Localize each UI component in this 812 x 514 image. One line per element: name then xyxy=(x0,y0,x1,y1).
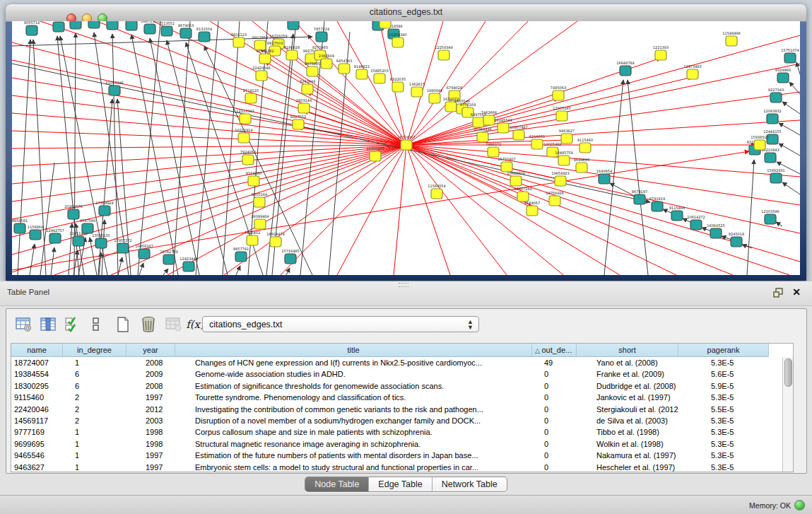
graph-node[interactable]: 1990448 xyxy=(427,88,442,103)
citation-edge-black[interactable] xyxy=(118,257,122,275)
graph-node[interactable]: 8454743 xyxy=(336,59,352,74)
table-cell[interactable]: 1997 xyxy=(126,462,175,472)
graph-node[interactable]: 16914479 xyxy=(266,232,284,247)
table-row[interactable]: 2242004622012Investigating the contribut… xyxy=(11,404,793,415)
graph-node[interactable]: 9857791 xyxy=(233,247,249,262)
table-settings-icon[interactable] xyxy=(13,314,35,335)
graph-node[interactable]: 9115466 xyxy=(669,206,685,221)
citation-edge-black[interactable] xyxy=(139,263,143,275)
table-cell[interactable]: 6 xyxy=(63,380,126,392)
citation-edge-red[interactable] xyxy=(406,145,789,275)
graph-node[interactable]: 9162280 xyxy=(246,171,261,186)
table-cell[interactable]: Jankovic et al. (1997) xyxy=(577,392,678,403)
tab-node-table[interactable]: Node Table xyxy=(305,477,369,491)
citation-edge-black[interactable] xyxy=(236,266,240,275)
citation-edge-black[interactable] xyxy=(782,102,800,114)
table-cell[interactable]: 1 xyxy=(63,357,126,368)
table-cell[interactable]: Tibbo et al. (1998) xyxy=(577,426,678,438)
citation-edge-black[interactable] xyxy=(782,182,800,194)
table-cell[interactable]: Yano et al. (2008) xyxy=(577,357,678,368)
table-cell[interactable]: 0 xyxy=(532,368,577,380)
citation-edge-red[interactable] xyxy=(394,145,406,275)
table-cell[interactable]: 5.9E-5 xyxy=(678,380,769,392)
graph-node[interactable]: 8427552 xyxy=(290,115,306,129)
graph-node[interactable]: 1640954 xyxy=(596,169,612,184)
table-cell[interactable]: 2008 xyxy=(126,380,175,392)
citation-edge-black[interactable] xyxy=(40,163,54,275)
graph-node[interactable]: 12975185 xyxy=(553,106,570,121)
citation-edge-black[interactable] xyxy=(131,35,178,275)
graph-node[interactable]: 26099484 xyxy=(251,214,269,229)
graph-node[interactable]: 6466160 xyxy=(105,21,120,30)
table-cell[interactable]: 0 xyxy=(532,462,577,472)
column-header-pagerank[interactable]: pagerank xyxy=(678,344,769,357)
table-cell[interactable]: 2003 xyxy=(126,415,175,426)
float-panel-icon[interactable] xyxy=(773,288,784,298)
graph-node[interactable]: 9329966 xyxy=(775,68,791,83)
table-cell[interactable]: 0 xyxy=(532,415,577,426)
graph-node[interactable]: 7986372 xyxy=(486,142,501,157)
table-cell[interactable]: Estimation of significance thresholds fo… xyxy=(175,380,532,392)
table-cell[interactable]: Estimation of the future numbers of pati… xyxy=(175,450,532,461)
table-cell[interactable]: 5.6E-5 xyxy=(678,368,769,380)
graph-node[interactable]: 16671355 xyxy=(141,21,158,34)
scrollbar-thumb[interactable] xyxy=(784,358,792,387)
table-cell[interactable]: Wolkin et al. (1998) xyxy=(577,438,678,450)
citation-edge-red[interactable] xyxy=(406,21,577,145)
citation-edge-black[interactable] xyxy=(742,245,752,248)
column-header-title[interactable]: title xyxy=(175,344,532,357)
graph-node[interactable]: 8131040 xyxy=(377,21,393,28)
graph-node[interactable]: 20206576 xyxy=(64,204,82,219)
graph-node[interactable]: 12923446 xyxy=(180,257,197,271)
graph-node[interactable]: 10719155 xyxy=(122,21,140,30)
citation-edge-black[interactable] xyxy=(747,160,754,275)
table-row[interactable]: 911546021997Tourette syndrome. Phenomeno… xyxy=(11,392,793,403)
graph-node[interactable]: 2367608 xyxy=(319,54,334,69)
table-cell[interactable]: 0 xyxy=(532,404,577,415)
graph-node[interactable]: 22420046 xyxy=(252,66,270,81)
graph-node[interactable]: 10958167 xyxy=(135,244,153,259)
table-cell[interactable]: 9463627 xyxy=(11,462,63,472)
graph-node[interactable]: 9184067 xyxy=(524,201,540,216)
graph-node[interactable]: 9055714 xyxy=(24,21,40,35)
table-cell[interactable]: 1998 xyxy=(126,438,175,450)
table-cell[interactable]: 9115460 xyxy=(11,392,63,403)
graph-node[interactable]: 15692931 xyxy=(767,168,784,183)
graph-node[interactable]: 10210914 xyxy=(235,128,252,143)
graph-node[interactable]: 11584554 xyxy=(428,184,445,199)
vertical-scrollbar[interactable] xyxy=(782,357,793,472)
column-header-out-de-[interactable]: △ out_de... xyxy=(532,344,577,357)
citation-edge-black[interactable] xyxy=(196,21,218,275)
table-cell[interactable]: Disruption of a novel member of a sodium… xyxy=(175,415,532,426)
column-header-year[interactable]: year xyxy=(126,344,175,357)
table-row[interactable]: 1830029562008Estimation of significance … xyxy=(11,380,793,392)
graph-node[interactable]: 9699695 xyxy=(574,158,589,173)
citation-edge-red[interactable] xyxy=(12,78,406,145)
graph-node[interactable]: 9850581 xyxy=(12,218,28,233)
graph-node[interactable]: 13505135 xyxy=(92,233,110,248)
citation-edge-black[interactable] xyxy=(628,80,648,275)
graph-node[interactable]: 7924052 xyxy=(240,150,256,165)
panel-resize-grip[interactable] xyxy=(399,283,408,287)
citation-edge-red[interactable] xyxy=(406,145,676,275)
graph-node[interactable]: 9115460 xyxy=(577,138,593,153)
graph-node[interactable]: 10653287 xyxy=(66,21,84,29)
citation-edge-black[interactable] xyxy=(98,99,112,275)
table-cell[interactable]: 5.3E-5 xyxy=(678,392,769,403)
citation-edge-black[interactable] xyxy=(51,247,54,275)
citation-edge-black[interactable] xyxy=(776,222,782,226)
table-cell[interactable]: 5.3E-5 xyxy=(678,450,769,461)
graph-node[interactable]: 9227343 xyxy=(768,88,784,103)
table-cell[interactable]: Stergiakouli et al. (2012) xyxy=(577,404,678,415)
table-cell[interactable]: de Silva et al. (2003) xyxy=(577,415,678,426)
citation-edge-black[interactable] xyxy=(779,123,800,135)
table-cell[interactable]: 0 xyxy=(532,380,577,392)
graph-node[interactable]: 8679197 xyxy=(632,189,647,204)
table-cell[interactable]: 5.3E-5 xyxy=(678,426,769,438)
graph-node[interactable]: 9097588 xyxy=(80,218,95,233)
graph-node[interactable]: 7513551 xyxy=(159,21,175,36)
show-columns-icon[interactable] xyxy=(37,314,59,335)
graph-node[interactable]: 9242844 xyxy=(300,79,315,94)
table-cell[interactable]: 9777169 xyxy=(11,426,63,438)
graph-node[interactable]: 12973493 xyxy=(683,64,701,79)
